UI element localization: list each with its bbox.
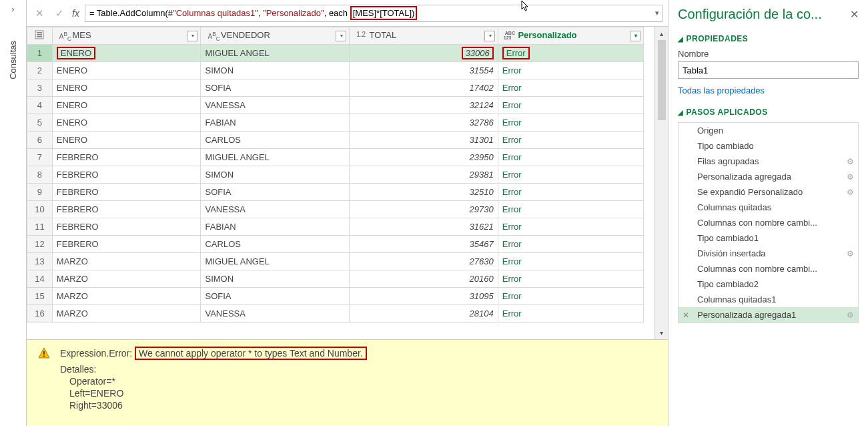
cell-personalizado[interactable]: Error xyxy=(498,270,643,288)
column-header-total[interactable]: 1.2 TOTAL ▾ xyxy=(350,27,498,45)
cell-mes[interactable]: FEBRERO xyxy=(52,184,201,201)
column-header-personalizado[interactable]: ABC123 Personalizado ▾ xyxy=(498,27,643,45)
cell-total[interactable]: 17402 xyxy=(350,79,498,97)
query-name-input[interactable] xyxy=(678,61,859,79)
cell-vendedor[interactable]: SOFIA xyxy=(201,184,350,201)
table-row[interactable]: 4ENEROVANESSA32124Error xyxy=(27,97,644,114)
cell-vendedor[interactable]: VANESSA xyxy=(201,201,350,218)
cell-personalizado[interactable]: Error xyxy=(498,236,643,253)
cell-personalizado[interactable]: Error xyxy=(498,288,643,305)
cell-vendedor[interactable]: VANESSA xyxy=(201,305,350,323)
cell-mes[interactable]: MARZO xyxy=(52,288,201,305)
scroll-down-icon[interactable]: ▾ xyxy=(660,327,663,338)
table-row[interactable]: 11FEBREROFABIAN31621Error xyxy=(27,218,644,236)
applied-steps-section-header[interactable]: ◢ PASOS APLICADOS xyxy=(678,108,859,117)
formula-input[interactable]: = Table.AddColumn(#"Columnas quitadas1",… xyxy=(85,5,663,22)
cell-total[interactable]: 31621 xyxy=(350,218,498,236)
table-row[interactable]: 6ENEROCARLOS31301Error xyxy=(27,132,644,149)
gear-icon[interactable]: ⚙ xyxy=(847,249,854,258)
cell-total[interactable]: 32786 xyxy=(350,114,498,132)
applied-step[interactable]: Tipo cambiado xyxy=(679,138,858,154)
row-number[interactable]: 9 xyxy=(27,184,53,201)
filter-dropdown-icon[interactable]: ▾ xyxy=(484,31,495,41)
applied-step[interactable]: ✕Personalizada agregada1⚙ xyxy=(679,307,858,323)
cancel-formula-icon[interactable]: ✕ xyxy=(32,6,47,21)
cell-personalizado[interactable]: Error xyxy=(498,149,643,166)
cell-mes[interactable]: FEBRERO xyxy=(52,149,201,166)
cell-personalizado[interactable]: Error xyxy=(498,79,643,97)
cell-total[interactable]: 32510 xyxy=(350,184,498,201)
cell-mes[interactable]: FEBRERO xyxy=(52,218,201,236)
gear-icon[interactable]: ⚙ xyxy=(847,188,854,197)
cell-personalizado[interactable]: Error xyxy=(498,166,643,184)
cell-vendedor[interactable]: SOFIA xyxy=(201,79,350,97)
cell-personalizado[interactable]: Error xyxy=(498,253,643,270)
applied-step[interactable]: Origen xyxy=(679,123,858,138)
applied-step[interactable]: Filas agrupadas⚙ xyxy=(679,154,858,169)
applied-step[interactable]: Columnas quitadas xyxy=(679,200,858,215)
cell-total[interactable]: 33006 xyxy=(350,45,498,62)
table-corner[interactable] xyxy=(27,27,53,45)
expand-icon[interactable]: › xyxy=(11,4,14,14)
cell-mes[interactable]: ENERO xyxy=(52,97,201,114)
cell-vendedor[interactable]: MIGUEL ANGEL xyxy=(201,149,350,166)
queries-sidebar-collapsed[interactable]: › Consultas xyxy=(0,0,27,426)
cell-vendedor[interactable]: SIMON xyxy=(201,270,350,288)
cell-total[interactable]: 28104 xyxy=(350,305,498,323)
cell-mes[interactable]: MARZO xyxy=(52,270,201,288)
cell-mes[interactable]: ENERO xyxy=(52,79,201,97)
cell-vendedor[interactable]: SOFIA xyxy=(201,288,350,305)
cell-mes[interactable]: ENERO xyxy=(52,45,201,62)
row-number[interactable]: 4 xyxy=(27,97,53,114)
cell-mes[interactable]: FEBRERO xyxy=(52,236,201,253)
cell-personalizado[interactable]: Error xyxy=(498,218,643,236)
cell-vendedor[interactable]: SIMON xyxy=(201,166,350,184)
delete-step-icon[interactable]: ✕ xyxy=(683,310,689,320)
gear-icon[interactable]: ⚙ xyxy=(847,157,854,166)
cell-mes[interactable]: FEBRERO xyxy=(52,166,201,184)
row-number[interactable]: 2 xyxy=(27,62,53,79)
applied-step[interactable]: Tipo cambiado1 xyxy=(679,230,858,246)
cell-total[interactable]: 29730 xyxy=(350,201,498,218)
cell-vendedor[interactable]: VANESSA xyxy=(201,97,350,114)
row-number[interactable]: 6 xyxy=(27,132,53,149)
row-number[interactable]: 3 xyxy=(27,79,53,97)
cell-mes[interactable]: FEBRERO xyxy=(52,201,201,218)
cell-personalizado[interactable]: Error xyxy=(498,45,643,62)
cell-personalizado[interactable]: Error xyxy=(498,305,643,323)
applied-step[interactable]: Columnas quitadas1 xyxy=(679,292,858,307)
data-grid[interactable]: ABC MES ▾ ABC VENDEDOR ▾ 1.2 TOTAL ▾ xyxy=(27,27,655,339)
table-row[interactable]: 13MARZOMIGUEL ANGEL27630Error xyxy=(27,253,644,270)
table-row[interactable]: 2ENEROSIMON31554Error xyxy=(27,62,644,79)
vertical-scrollbar[interactable]: ▴ ▾ xyxy=(655,27,668,339)
cell-total[interactable]: 20160 xyxy=(350,270,498,288)
cell-mes[interactable]: MARZO xyxy=(52,253,201,270)
cell-total[interactable]: 31554 xyxy=(350,62,498,79)
cell-total[interactable]: 32124 xyxy=(350,97,498,114)
row-number[interactable]: 12 xyxy=(27,236,53,253)
formula-dropdown-icon[interactable]: ▾ xyxy=(655,9,659,17)
filter-dropdown-icon[interactable]: ▾ xyxy=(630,31,640,41)
cell-total[interactable]: 23950 xyxy=(350,149,498,166)
table-row[interactable]: 15MARZOSOFIA31095Error xyxy=(27,288,644,305)
all-properties-link[interactable]: Todas las propiedades xyxy=(678,85,859,95)
cell-personalizado[interactable]: Error xyxy=(498,201,643,218)
cell-vendedor[interactable]: CARLOS xyxy=(201,236,350,253)
column-header-vendedor[interactable]: ABC VENDEDOR ▾ xyxy=(201,27,350,45)
table-row[interactable]: 10FEBREROVANESSA29730Error xyxy=(27,201,644,218)
properties-section-header[interactable]: ◢ PROPIEDADES xyxy=(678,34,859,43)
cell-personalizado[interactable]: Error xyxy=(498,184,643,201)
cell-personalizado[interactable]: Error xyxy=(498,132,643,149)
applied-step[interactable]: Tipo cambiado2 xyxy=(679,276,858,292)
applied-step[interactable]: Personalizada agregada⚙ xyxy=(679,169,858,184)
cell-vendedor[interactable]: FABIAN xyxy=(201,218,350,236)
cell-mes[interactable]: ENERO xyxy=(52,62,201,79)
row-number[interactable]: 15 xyxy=(27,288,53,305)
cell-total[interactable]: 27630 xyxy=(350,253,498,270)
scroll-up-icon[interactable]: ▴ xyxy=(660,28,663,39)
row-number[interactable]: 11 xyxy=(27,218,53,236)
cell-vendedor[interactable]: SIMON xyxy=(201,62,350,79)
row-number[interactable]: 10 xyxy=(27,201,53,218)
fx-icon[interactable]: fx xyxy=(72,8,79,19)
table-row[interactable]: 16MARZOVANESSA28104Error xyxy=(27,305,644,323)
